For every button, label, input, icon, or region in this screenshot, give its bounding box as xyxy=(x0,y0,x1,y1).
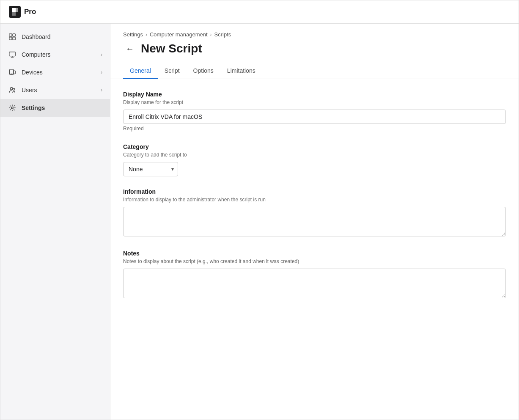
tabs-bar: General Script Options Limitations xyxy=(110,63,519,79)
sidebar-label-devices: Devices xyxy=(22,69,96,76)
notes-textarea[interactable] xyxy=(123,269,506,298)
tab-script[interactable]: Script xyxy=(158,63,187,79)
notes-description: Notes to display about the script (e.g.,… xyxy=(123,258,506,264)
notes-label: Notes xyxy=(123,250,506,257)
information-section: Information Information to display to th… xyxy=(123,188,506,238)
tab-limitations[interactable]: Limitations xyxy=(220,63,262,79)
computers-icon xyxy=(8,50,16,59)
app-container: Pro Dashboard xyxy=(0,0,519,420)
sidebar-label-computers: Computers xyxy=(22,51,96,58)
devices-chevron-icon: › xyxy=(101,69,102,75)
information-description: Information to display to the administra… xyxy=(123,197,506,203)
svg-rect-2 xyxy=(13,34,15,36)
svg-rect-4 xyxy=(13,37,15,40)
page-header: ← New Script xyxy=(110,38,519,63)
breadcrumb-computer-management[interactable]: Computer management xyxy=(150,31,208,38)
content-area: Settings › Computer management › Scripts… xyxy=(110,24,519,420)
users-icon xyxy=(8,86,16,94)
computers-chevron-icon: › xyxy=(101,52,102,58)
category-section: Category Category to add the script to N… xyxy=(123,143,506,176)
sidebar-label-dashboard: Dashboard xyxy=(22,33,102,40)
sidebar-label-users: Users xyxy=(22,87,96,93)
category-label: Category xyxy=(123,143,506,150)
svg-rect-9 xyxy=(14,71,16,74)
breadcrumb: Settings › Computer management › Scripts xyxy=(110,24,519,38)
display-name-required: Required xyxy=(123,126,506,132)
devices-icon xyxy=(8,68,16,77)
information-textarea[interactable] xyxy=(123,207,506,236)
svg-rect-3 xyxy=(9,37,12,40)
display-name-section: Display Name Display name for the script… xyxy=(123,91,506,132)
users-chevron-icon: › xyxy=(101,87,102,93)
logo-icon xyxy=(9,6,21,18)
notes-section: Notes Notes to display about the script … xyxy=(123,250,506,300)
svg-point-11 xyxy=(11,88,13,90)
logo-area: Pro xyxy=(9,6,36,18)
svg-rect-5 xyxy=(9,52,15,56)
sidebar-label-settings: Settings xyxy=(22,104,102,111)
breadcrumb-scripts[interactable]: Scripts xyxy=(214,31,231,38)
breadcrumb-sep-2: › xyxy=(210,32,212,38)
top-header: Pro xyxy=(0,0,519,24)
form-content: Display Name Display name for the script… xyxy=(110,79,519,324)
svg-point-13 xyxy=(11,107,14,109)
category-select-wrapper: None Category 1 Category 2 ▾ xyxy=(123,162,178,176)
display-name-description: Display name for the script xyxy=(123,99,506,105)
sidebar-item-devices[interactable]: Devices › xyxy=(0,63,110,81)
app-logo-text: Pro xyxy=(24,8,36,16)
page-title: New Script xyxy=(141,42,202,55)
settings-icon xyxy=(8,104,16,112)
breadcrumb-settings[interactable]: Settings xyxy=(123,31,143,38)
tab-general[interactable]: General xyxy=(123,63,158,79)
sidebar-item-dashboard[interactable]: Dashboard xyxy=(0,28,110,46)
display-name-label: Display Name xyxy=(123,91,506,98)
sidebar-item-computers[interactable]: Computers › xyxy=(0,46,110,63)
category-description: Category to add the script to xyxy=(123,152,506,158)
dashboard-icon xyxy=(8,33,16,41)
breadcrumb-sep-1: › xyxy=(146,32,147,38)
sidebar-item-settings[interactable]: Settings xyxy=(0,99,110,117)
sidebar-item-users[interactable]: Users › xyxy=(0,81,110,99)
back-button[interactable]: ← xyxy=(123,43,137,55)
svg-point-12 xyxy=(13,88,14,91)
main-layout: Dashboard Computers › xyxy=(0,24,519,420)
tab-options[interactable]: Options xyxy=(187,63,220,79)
sidebar: Dashboard Computers › xyxy=(0,24,110,420)
information-label: Information xyxy=(123,188,506,195)
category-select[interactable]: None Category 1 Category 2 xyxy=(123,162,178,176)
svg-rect-1 xyxy=(9,34,12,36)
display-name-input[interactable] xyxy=(123,110,506,124)
